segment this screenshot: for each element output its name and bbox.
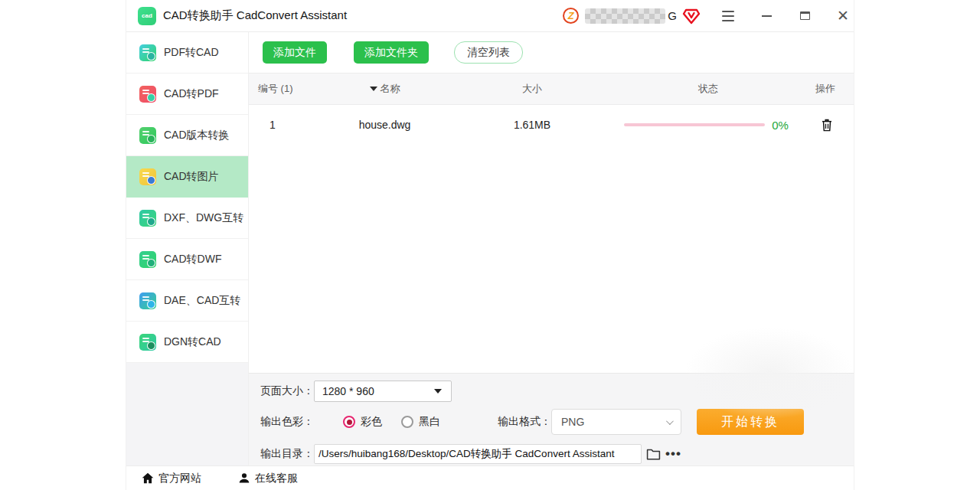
clear-list-button[interactable]: 清空列表 <box>454 41 523 64</box>
progress-bar <box>624 123 765 126</box>
menu-button[interactable] <box>717 5 739 27</box>
output-dir-row: 输出目录： ••• <box>260 443 854 465</box>
column-header-index: 编号 (1) <box>249 82 322 96</box>
radio-selected-icon <box>343 416 355 428</box>
sidebar: PDF转CAD CAD转PDF CAD版本转换 CAD转图片 DXF、DWG互转… <box>126 32 249 466</box>
dae-cad-convert-icon <box>139 292 156 309</box>
online-support-link[interactable]: 在线客服 <box>238 472 298 485</box>
dropdown-caret-icon <box>434 389 442 394</box>
maximize-button[interactable] <box>794 5 815 27</box>
output-color-label: 输出色彩： <box>260 415 314 429</box>
cad-to-image-icon <box>139 168 156 185</box>
cad-to-pdf-icon <box>139 86 156 103</box>
points-logo-icon[interactable]: Z <box>563 8 579 24</box>
row-filesize: 1.61MB <box>514 119 550 131</box>
watermark <box>685 327 854 419</box>
browse-folder-button[interactable] <box>646 448 661 461</box>
cad-version-convert-icon <box>139 127 156 144</box>
vip-badge-icon[interactable] <box>682 7 701 25</box>
trash-icon <box>820 118 834 132</box>
pdf-to-cad-icon <box>139 44 156 61</box>
output-dir-label: 输出目录： <box>260 447 314 461</box>
app-title: CAD转换助手 CadConvert Assistant <box>163 8 347 23</box>
sidebar-item-cad-to-dwf[interactable]: CAD转DWF <box>126 239 248 280</box>
progress-percent: 0% <box>765 119 795 132</box>
person-icon <box>238 472 250 484</box>
page-size-select[interactable]: 1280 * 960 <box>314 381 452 402</box>
output-format-label: 输出格式： <box>498 415 551 429</box>
file-toolbar: 添加文件 添加文件夹 清空列表 <box>249 32 854 73</box>
dgn-to-cad-icon <box>139 334 156 351</box>
folder-icon <box>646 448 661 461</box>
official-site-link[interactable]: 官方网站 <box>142 472 201 485</box>
table-header: 编号 (1) 名称 大小 状态 操作 <box>249 73 854 105</box>
chevron-down-icon <box>666 417 674 425</box>
column-header-status: 状态 <box>698 82 718 96</box>
minimize-button[interactable] <box>756 5 777 27</box>
home-icon <box>142 472 154 484</box>
radio-unselected-icon <box>401 416 413 428</box>
more-options-button[interactable]: ••• <box>665 446 681 462</box>
main-panel: 添加文件 添加文件夹 清空列表 编号 (1) 名称 大小 状态 操作 1 hou… <box>249 32 854 466</box>
title-bar: cad CAD转换助手 CadConvert Assistant Z G ✕ <box>126 0 854 32</box>
table-row: 1 house.dwg 1.61MB 0% <box>249 105 854 145</box>
row-status: 0% <box>616 119 800 132</box>
cad-to-dwf-icon <box>139 251 156 268</box>
radio-blackwhite[interactable]: 黑白 <box>401 415 440 429</box>
page-size-label: 页面大小： <box>260 384 314 398</box>
app-logo-icon: cad <box>138 7 156 25</box>
sidebar-item-dxf-dwg-convert[interactable]: DXF、DWG互转 <box>126 198 248 239</box>
output-format-select[interactable]: PNG <box>551 409 681 435</box>
sidebar-item-pdf-to-cad[interactable]: PDF转CAD <box>126 32 248 74</box>
add-file-button[interactable]: 添加文件 <box>263 41 327 64</box>
add-folder-button[interactable]: 添加文件夹 <box>354 41 429 64</box>
column-header-size: 大小 <box>522 82 542 96</box>
delete-row-button[interactable] <box>820 118 834 132</box>
file-list-empty-area <box>249 145 854 373</box>
column-header-name[interactable]: 名称 <box>370 82 400 96</box>
sidebar-item-dgn-to-cad[interactable]: DGN转CAD <box>126 322 248 363</box>
dxf-dwg-convert-icon <box>139 210 156 227</box>
output-dir-input[interactable] <box>314 444 642 464</box>
sidebar-filler <box>126 363 248 466</box>
username-suffix: G <box>668 9 677 22</box>
footer-bar: 官方网站 在线客服 <box>126 466 854 490</box>
close-button[interactable]: ✕ <box>832 5 854 27</box>
username-redacted <box>585 8 665 24</box>
sidebar-item-cad-version-convert[interactable]: CAD版本转换 <box>126 115 248 156</box>
sidebar-item-cad-to-pdf[interactable]: CAD转PDF <box>126 74 248 115</box>
sort-caret-icon <box>370 87 377 91</box>
row-index: 1 <box>249 119 322 131</box>
radio-color[interactable]: 彩色 <box>343 415 382 429</box>
row-filename: house.dwg <box>359 119 411 131</box>
sidebar-item-dae-cad-convert[interactable]: DAE、CAD互转 <box>126 280 248 322</box>
column-header-action: 操作 <box>815 82 838 96</box>
app-window: cad CAD转换助手 CadConvert Assistant Z G ✕ P… <box>126 0 854 490</box>
sidebar-item-cad-to-image[interactable]: CAD转图片 <box>126 156 248 198</box>
